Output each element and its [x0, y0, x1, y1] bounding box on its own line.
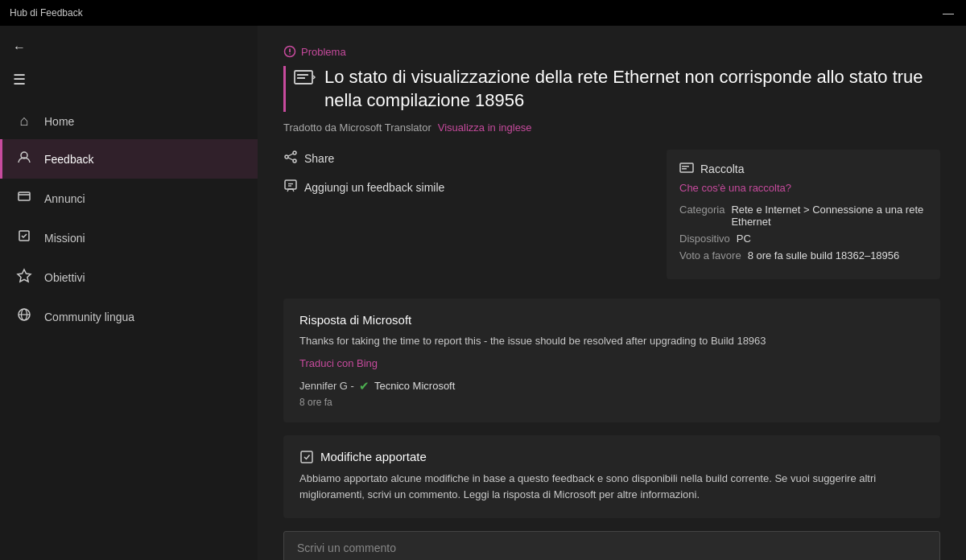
- svg-line-17: [288, 158, 293, 160]
- problem-icon: [283, 45, 296, 58]
- voto-value: 8 ore fa sulle build 18362–18956: [748, 249, 900, 261]
- content-columns: Share Aggiungi un feedback simile: [283, 150, 940, 279]
- sidebar-item-annunci[interactable]: Annunci: [0, 179, 258, 218]
- svg-rect-1: [19, 192, 30, 200]
- sidebar-item-label: Feedback: [44, 153, 93, 166]
- raccolta-icon: [679, 163, 694, 175]
- svg-point-14: [285, 155, 288, 159]
- problem-badge: Problema: [283, 45, 940, 58]
- author-time: 8 ore fa: [299, 397, 924, 408]
- sidebar-item-community[interactable]: Community lingua: [0, 297, 258, 336]
- add-similar-button[interactable]: Aggiungi un feedback simile: [283, 179, 647, 196]
- add-similar-label: Aggiungi un feedback simile: [304, 181, 444, 194]
- modifiche-card: Modifiche apportate Abbiamo apportato al…: [283, 435, 940, 519]
- annunci-icon: [15, 188, 33, 208]
- sidebar-nav: ⌂ Home Feedback: [0, 103, 258, 336]
- ms-response-card: Risposta di Microsoft Thanks for taking …: [283, 299, 940, 422]
- titlebar: Hub di Feedback —: [0, 0, 966, 26]
- raccolta-title: Raccolta: [700, 163, 744, 175]
- missioni-icon: [15, 228, 33, 248]
- svg-rect-21: [680, 163, 693, 172]
- comment-input[interactable]: [283, 531, 940, 560]
- translate-bing-link[interactable]: Traduci con Bing: [299, 357, 924, 369]
- author-name: Jennifer G -: [299, 380, 354, 392]
- svg-rect-22: [682, 166, 689, 167]
- sidebar-item-label: Home: [44, 115, 74, 128]
- feedback-icon: [15, 149, 33, 169]
- svg-point-13: [293, 151, 296, 154]
- svg-rect-23: [682, 168, 687, 170]
- author-row: Jennifer G - ✔ Tecnico Microsoft: [299, 379, 924, 393]
- what-is-raccolta-link[interactable]: Che cos'è una raccolta?: [679, 182, 927, 194]
- obiettivi-icon: [15, 267, 33, 287]
- home-icon: ⌂: [15, 113, 33, 130]
- main-title-area: Lo stato di visualizzazione della rete E…: [283, 66, 940, 112]
- titlebar-title: Hub di Feedback: [10, 7, 83, 19]
- raccolta-panel: Raccolta Che cos'è una raccolta? Categor…: [667, 150, 940, 279]
- ms-response-title: Risposta di Microsoft: [299, 313, 924, 327]
- modifiche-icon: [299, 450, 314, 464]
- community-icon: [15, 307, 33, 327]
- modifiche-header: Modifiche apportate: [299, 450, 924, 464]
- dispositivo-row: Dispositivo PC: [679, 233, 927, 245]
- raccolta-header: Raccolta: [679, 163, 927, 175]
- share-button[interactable]: Share: [283, 150, 647, 167]
- categoria-row: Categoria Rete e Internet > Connessione …: [679, 204, 927, 228]
- categoria-value: Rete e Internet > Connessione a una rete…: [731, 204, 927, 228]
- titlebar-controls: —: [940, 6, 956, 19]
- translated-label: Tradotto da Microsoft Translator: [283, 121, 431, 134]
- hamburger-button[interactable]: ☰: [0, 63, 258, 97]
- voto-row: Voto a favore 8 ore fa sulle build 18362…: [679, 249, 927, 261]
- svg-rect-12: [297, 77, 305, 79]
- app-container: ← ☰ ⌂ Home Feedback: [0, 26, 966, 560]
- share-icon: [283, 150, 298, 167]
- share-label: Share: [304, 152, 334, 165]
- svg-rect-24: [301, 451, 312, 463]
- add-feedback-icon: [283, 179, 298, 196]
- author-role: Tecnico Microsoft: [374, 380, 455, 392]
- modifiche-body: Abbiamo apportato alcune modifiche in ba…: [299, 471, 924, 504]
- svg-point-9: [289, 53, 291, 55]
- svg-marker-3: [18, 270, 31, 282]
- translated-bar: Tradotto da Microsoft Translator Visuali…: [283, 121, 940, 134]
- sidebar-item-label: Community lingua: [44, 311, 134, 323]
- main-content: Problema Lo stato di visualizzazione del…: [258, 26, 966, 560]
- svg-line-16: [288, 154, 293, 156]
- svg-point-15: [293, 159, 296, 163]
- modifiche-title: Modifiche apportate: [320, 450, 427, 463]
- sidebar-item-home[interactable]: ⌂ Home: [0, 103, 258, 139]
- verified-icon: ✔: [359, 379, 369, 393]
- view-original-link[interactable]: Visualizza in inglese: [438, 121, 532, 134]
- sidebar-item-feedback[interactable]: Feedback: [0, 139, 258, 179]
- left-col: Share Aggiungi un feedback simile: [283, 150, 647, 279]
- svg-rect-18: [285, 180, 296, 189]
- sidebar: ← ☰ ⌂ Home Feedback: [0, 26, 258, 560]
- categoria-label: Categoria: [679, 204, 724, 228]
- sidebar-item-label: Missioni: [44, 232, 85, 245]
- svg-rect-11: [297, 74, 308, 76]
- minimize-button[interactable]: —: [940, 6, 956, 19]
- title-icon: [294, 69, 316, 93]
- sidebar-item-obiettivi[interactable]: Obiettivi: [0, 257, 258, 297]
- dispositivo-label: Dispositivo: [679, 233, 730, 245]
- dispositivo-value: PC: [737, 233, 751, 245]
- sidebar-item-missioni[interactable]: Missioni: [0, 218, 258, 257]
- sidebar-item-label: Obiettivi: [44, 271, 85, 284]
- voto-label: Voto a favore: [679, 249, 741, 261]
- sidebar-item-label: Annunci: [44, 192, 85, 205]
- main-title-text: Lo stato di visualizzazione della rete E…: [324, 66, 940, 112]
- problem-label: Problema: [301, 46, 346, 58]
- back-button[interactable]: ←: [0, 32, 258, 63]
- ms-response-body: Thanks for taking the time to report thi…: [299, 333, 924, 349]
- comment-input-container: [283, 531, 940, 560]
